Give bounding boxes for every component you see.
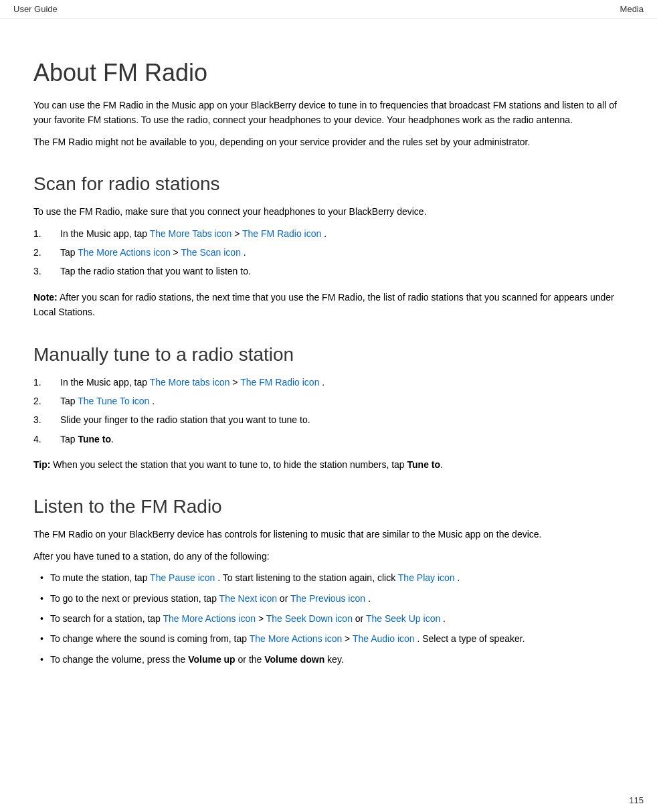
link-audio-icon: The Audio icon bbox=[353, 633, 415, 644]
step-text-3-3: Slide your finger to the radio station t… bbox=[60, 412, 624, 427]
section3-title: Manually tune to a radio station bbox=[33, 344, 624, 366]
step-3-3: 3. Slide your finger to the radio statio… bbox=[33, 412, 624, 427]
page-content: About FM Radio You can use the FM Radio … bbox=[0, 19, 657, 714]
bullet-4-5: To change the volume, press the Volume u… bbox=[33, 652, 624, 667]
step-2-2: 2. Tap The More Actions icon > The Scan … bbox=[33, 245, 624, 260]
link-more-tabs-icon-2: The More tabs icon bbox=[150, 377, 230, 388]
step-num-2-2: 2. bbox=[33, 245, 60, 260]
section4-title: Listen to the FM Radio bbox=[33, 496, 624, 517]
step-text-2-2: Tap The More Actions icon > The Scan ico… bbox=[60, 245, 624, 260]
section2-title: Scan for radio stations bbox=[33, 173, 624, 195]
link-more-tabs-icon-1: The More Tabs icon bbox=[150, 228, 232, 239]
section4-bullets: To mute the station, tap The Pause icon … bbox=[33, 570, 624, 667]
section3-steps: 1. In the Music app, tap The More tabs i… bbox=[33, 375, 624, 447]
link-more-actions-icon-1: The More Actions icon bbox=[78, 247, 171, 258]
step-text-3-2: Tap The Tune To icon . bbox=[60, 394, 624, 408]
step-3-4: 4. Tap Tune to. bbox=[33, 432, 624, 446]
bullet-4-1-text: To mute the station, tap The Pause icon … bbox=[50, 570, 460, 585]
tune-to-bold-2: Tune to bbox=[407, 459, 441, 470]
step-num-3-4: 4. bbox=[33, 432, 60, 446]
link-fm-radio-icon-1: The FM Radio icon bbox=[242, 228, 321, 239]
step-num-3-3: 3. bbox=[33, 412, 60, 427]
link-play-icon: The Play icon bbox=[398, 572, 455, 583]
link-fm-radio-icon-2: The FM Radio icon bbox=[240, 377, 319, 388]
step-num-2-1: 1. bbox=[33, 226, 60, 241]
section4-para2: After you have tuned to a station, do an… bbox=[33, 549, 624, 564]
page-header: User Guide Media bbox=[0, 0, 657, 19]
step-text-2-3: Tap the radio station that you want to l… bbox=[60, 264, 624, 278]
header-left: User Guide bbox=[13, 4, 58, 14]
step-3-2: 2. Tap The Tune To icon . bbox=[33, 394, 624, 408]
step-2-1: 1. In the Music app, tap The More Tabs i… bbox=[33, 226, 624, 241]
bullet-4-2: To go to the next or previous station, t… bbox=[33, 591, 624, 606]
link-scan-icon: The Scan icon bbox=[181, 247, 241, 258]
section2-steps: 1. In the Music app, tap The More Tabs i… bbox=[33, 226, 624, 279]
bullet-4-3: To search for a station, tap The More Ac… bbox=[33, 611, 624, 626]
volume-down-bold: Volume down bbox=[264, 654, 324, 665]
bullet-4-4-text: To change where the sound is coming from… bbox=[50, 631, 525, 646]
bullet-4-4: To change where the sound is coming from… bbox=[33, 631, 624, 646]
step-2-3: 3. Tap the radio station that you want t… bbox=[33, 264, 624, 278]
section4-para1: The FM Radio on your BlackBerry device h… bbox=[33, 527, 624, 542]
section1-para1: You can use the FM Radio in the Music ap… bbox=[33, 98, 624, 128]
section1-para2: The FM Radio might not be available to y… bbox=[33, 135, 624, 149]
link-tune-to-icon: The Tune To icon bbox=[78, 396, 149, 406]
step-num-3-2: 2. bbox=[33, 394, 60, 408]
tip-text: Tip: When you select the station that yo… bbox=[33, 457, 624, 472]
step-text-2-1: In the Music app, tap The More Tabs icon… bbox=[60, 226, 624, 241]
step-text-3-4: Tap Tune to. bbox=[60, 432, 624, 446]
step-text-3-1: In the Music app, tap The More tabs icon… bbox=[60, 375, 624, 390]
link-pause-icon: The Pause icon bbox=[150, 572, 215, 583]
link-next-icon: The Next icon bbox=[219, 593, 277, 604]
link-seek-up-icon: The Seek Up icon bbox=[366, 613, 440, 624]
section3-tip: Tip: When you select the station that yo… bbox=[33, 457, 624, 472]
step-3-1: 1. In the Music app, tap The More tabs i… bbox=[33, 375, 624, 390]
section1-title: About FM Radio bbox=[33, 59, 624, 87]
step-num-2-3: 3. bbox=[33, 264, 60, 278]
page-footer: 115 bbox=[629, 795, 644, 805]
step-num-3-1: 1. bbox=[33, 375, 60, 390]
bullet-4-5-text: To change the volume, press the Volume u… bbox=[50, 652, 344, 667]
bullet-4-2-text: To go to the next or previous station, t… bbox=[50, 591, 371, 606]
bullet-4-1: To mute the station, tap The Pause icon … bbox=[33, 570, 624, 585]
section2-intro: To use the FM Radio, make sure that you … bbox=[33, 204, 624, 219]
tip-label: Tip: bbox=[33, 459, 50, 470]
link-more-actions-icon-3: The More Actions icon bbox=[250, 633, 343, 644]
link-more-actions-icon-2: The More Actions icon bbox=[163, 613, 256, 624]
bullet-4-3-text: To search for a station, tap The More Ac… bbox=[50, 611, 446, 626]
section2-note: Note: After you scan for radio stations,… bbox=[33, 290, 624, 320]
volume-up-bold: Volume up bbox=[188, 654, 236, 665]
link-previous-icon: The Previous icon bbox=[290, 593, 365, 604]
tune-to-bold-1: Tune to bbox=[78, 434, 111, 444]
page-number: 115 bbox=[629, 795, 644, 805]
note-label: Note: bbox=[33, 292, 58, 303]
link-seek-down-icon: The Seek Down icon bbox=[266, 613, 353, 624]
header-right: Media bbox=[620, 4, 644, 14]
note-text: Note: After you scan for radio stations,… bbox=[33, 290, 624, 320]
